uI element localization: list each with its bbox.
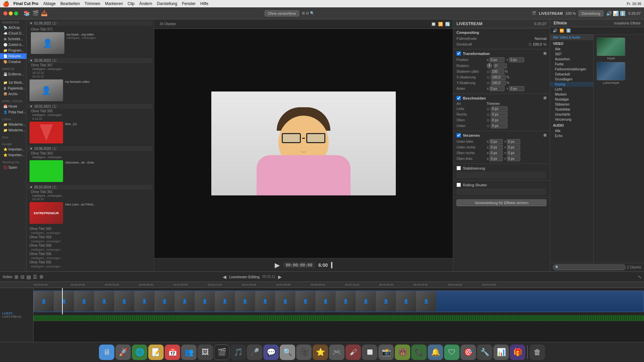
scale-y-input[interactable] xyxy=(491,80,506,85)
cat-all-video[interactable]: Alle Video & Audio xyxy=(550,35,593,40)
sidebar-item-airdrop[interactable]: 📡 AirDrop xyxy=(0,25,26,31)
dock-misc2[interactable]: 🔧 xyxy=(477,345,492,360)
clip-item-4[interactable]: Abonniere...de - Ecke xyxy=(28,160,153,183)
dock-misc4[interactable]: 🎁 xyxy=(510,345,525,360)
cat-aussehen[interactable]: Aussehen xyxy=(550,57,593,62)
cat-masken[interactable]: Masken xyxy=(550,92,593,97)
crop-right-input[interactable] xyxy=(491,112,507,117)
rotation-input[interactable] xyxy=(493,63,507,68)
sidebar-item-heute[interactable]: 📅 Heute xyxy=(0,104,26,109)
sidebar-item-creative[interactable]: 🎨 Creative xyxy=(0,59,26,65)
scale-all-input[interactable] xyxy=(491,69,504,74)
cat-stilisieren[interactable]: Stilisieren xyxy=(550,102,593,107)
rotation-dial[interactable] xyxy=(487,63,492,68)
dock-skype[interactable]: 🔔 xyxy=(428,345,443,360)
menu-app-name[interactable]: Final Cut Pro xyxy=(13,1,39,6)
dock-podcasts[interactable]: 🎤 xyxy=(247,345,262,360)
audio-track[interactable] xyxy=(34,315,644,321)
menu-markieren[interactable]: Markieren xyxy=(105,1,123,6)
close-button[interactable] xyxy=(3,11,7,15)
cat-360[interactable]: 360° xyxy=(550,52,593,57)
minimize-button[interactable] xyxy=(9,11,13,15)
effect-luma-keyer[interactable]: Luma-Keyer xyxy=(597,62,625,84)
menu-hilfe[interactable]: Hilfe xyxy=(200,1,208,6)
dock-contacts[interactable]: 👥 xyxy=(181,345,197,360)
menu-darstellung[interactable]: Darstellung xyxy=(157,1,177,6)
top-left-x-input[interactable] xyxy=(489,156,503,161)
sidebar-item-zuletzt[interactable]: 🕐 Zuletzt b... xyxy=(0,42,26,48)
dock-music[interactable]: 🎵 xyxy=(230,345,246,360)
sidebar-item-importan2[interactable]: ⭐ Importan... xyxy=(0,152,26,158)
dock-launchpad[interactable]: 🚀 xyxy=(115,345,131,360)
clip-item-3[interactable]: dow...(1) xyxy=(28,121,153,144)
dock-photoshop[interactable]: 🖌 xyxy=(345,345,361,360)
dock-fcp[interactable]: 🎬 xyxy=(214,345,229,360)
bot-right-y-input[interactable] xyxy=(507,145,520,150)
sidebar-item-dokume[interactable]: 📄 Dokume... xyxy=(0,53,26,59)
effects-search-input[interactable] xyxy=(553,264,626,270)
play-button[interactable]: ▶ xyxy=(275,261,280,269)
crop-top-input[interactable] xyxy=(491,118,507,123)
menu-ablage[interactable]: Ablage xyxy=(43,1,56,6)
dock-safari[interactable]: 🌐 xyxy=(132,345,147,360)
dock-photos[interactable]: 🖼 xyxy=(198,345,213,360)
cat-alle[interactable]: Alle xyxy=(550,47,593,52)
menu-aendern[interactable]: Ändern xyxy=(139,1,152,6)
timeline-icon-index[interactable]: Index xyxy=(3,275,12,279)
sidebar-item-wiederhe2[interactable]: 📁 Wiederhe... xyxy=(0,127,26,133)
sidebar-item-archiv[interactable]: 📦 Archiv xyxy=(0,91,26,97)
sidebar-item-wiederhe1[interactable]: 📁 Wiederhe... xyxy=(0,122,26,127)
scale-x-input[interactable] xyxy=(491,75,506,80)
apple-menu[interactable]: 🍎 xyxy=(3,1,9,7)
menu-trimmen[interactable]: Trimmen xyxy=(85,1,100,6)
dock-misc3[interactable]: 📊 xyxy=(493,345,509,360)
top-right-x-input[interactable] xyxy=(489,150,503,156)
clip-item-1[interactable]: 👤 my-head-...ing-video Intelligent...mml… xyxy=(30,32,151,55)
sidebar-item-icloud[interactable]: ☁️ iCloud D... xyxy=(0,31,26,36)
transform-checkbox[interactable] xyxy=(457,51,461,56)
maximize-button[interactable] xyxy=(14,11,18,15)
sidebar-item-spam[interactable]: 🚫 Spam xyxy=(0,165,26,170)
menu-bearbeiten[interactable]: Bearbeiten xyxy=(60,1,80,6)
crop-bottom-input[interactable] xyxy=(491,123,507,128)
timeline-next[interactable]: ▶ xyxy=(278,274,282,280)
crop-checkbox[interactable] xyxy=(457,96,461,100)
cat-farbvorein[interactable]: Farbvoreinstellungen xyxy=(550,67,593,72)
timeline-icon-4[interactable]: ☰ xyxy=(33,274,37,280)
effect-keyer[interactable]: Keyer xyxy=(597,38,625,60)
menu-clip[interactable]: Clip xyxy=(127,1,135,6)
sidebar-item-1stwer[interactable]: 📁 1st Werb... xyxy=(0,80,26,85)
cat-unschaerfe[interactable]: Unschärfe xyxy=(550,112,593,117)
dock-facetime[interactable]: 📸 xyxy=(378,345,394,360)
sidebar-item-program[interactable]: 📁 Program... xyxy=(0,48,26,53)
timeline-icon-3[interactable]: ▤ xyxy=(26,274,31,280)
library-icon[interactable]: 📚 xyxy=(23,10,30,16)
rolling-shutter-checkbox[interactable] xyxy=(457,183,461,187)
dock-finder[interactable]: 🖥 xyxy=(99,345,114,360)
layout-button[interactable]: Darstellung xyxy=(579,10,603,16)
position-x-input[interactable] xyxy=(489,57,504,62)
dock-notes[interactable]: 📝 xyxy=(148,345,164,360)
timeline-expand[interactable]: ⤡ xyxy=(638,275,641,279)
cat-echo[interactable]: Echo xyxy=(550,133,593,138)
sidebar-item-entferne[interactable]: 💾 Entferne... xyxy=(0,71,26,77)
video-track[interactable]: 👤 👤 👤 👤 👤 xyxy=(34,288,644,315)
dock-misc1[interactable]: 🎯 xyxy=(461,345,476,360)
dock-quicktime[interactable]: 🔲 xyxy=(362,345,377,360)
dock-calendar[interactable]: 📅 xyxy=(165,345,180,360)
bot-left-y-input[interactable] xyxy=(507,139,520,144)
filter-dropdown[interactable]: Ohne verworfene xyxy=(265,10,299,16)
cat-licht[interactable]: Licht xyxy=(550,87,593,92)
dock-phone[interactable]: 📞 xyxy=(411,345,427,360)
video-clip-block[interactable]: 👤 👤 👤 👤 👤 xyxy=(34,291,644,312)
dock-imovie[interactable]: 🎥 xyxy=(296,345,312,360)
browser-icon[interactable]: 🎬 xyxy=(32,10,39,16)
dock-spotlight[interactable]: 🔍 xyxy=(280,345,295,360)
bot-left-x-input[interactable] xyxy=(489,139,503,144)
top-right-y-input[interactable] xyxy=(507,150,520,156)
sidebar-item-petja[interactable]: 👤 Petja Had... xyxy=(0,109,26,115)
clip-item-5[interactable]: ENTREPRENEUR Intro Leon...ari FINAL xyxy=(28,201,153,225)
apply-effects-button[interactable]: Voreinstellung für Effekte sichern xyxy=(457,199,546,206)
sidebar-item-papierkorb[interactable]: 🗑 Papierkob... xyxy=(0,85,26,91)
position-y-input[interactable] xyxy=(509,57,524,62)
